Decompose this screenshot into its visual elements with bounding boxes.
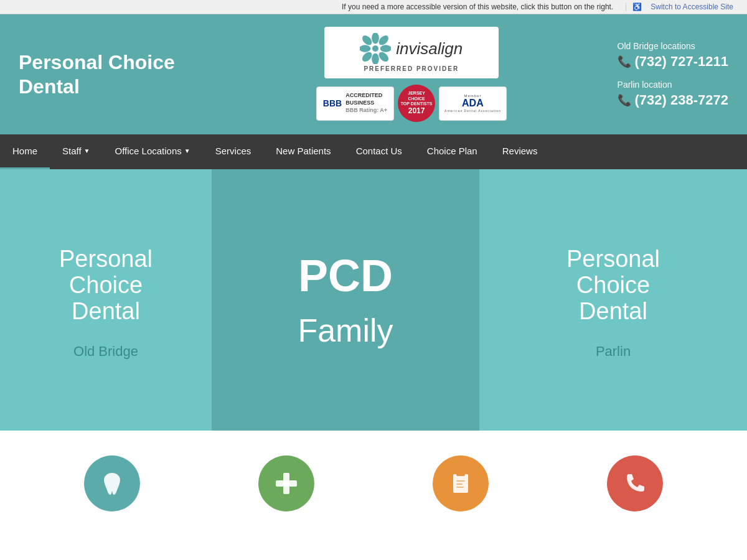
hero-panel-family[interactable]: PCD Family (212, 169, 479, 431)
invisalign-label: invisalign (396, 39, 463, 58)
dental-icon-circle (84, 455, 140, 511)
site-title: Personal Choice Dental (19, 50, 205, 98)
svg-point-4 (380, 45, 392, 52)
svg-rect-12 (276, 480, 297, 487)
phone-contact-icon (619, 468, 651, 499)
old-bridge-subtitle: Old Bridge (55, 337, 157, 366)
parlin-hero-text: Personal Choice Dental (554, 234, 672, 337)
svg-point-7 (377, 34, 390, 47)
accessibility-bar: If you need a more accessible version of… (0, 0, 747, 14)
phone-icon: 📞 (618, 55, 631, 68)
bbb-logo: BBB (323, 98, 342, 108)
svg-point-1 (372, 33, 379, 44)
old-bridge-contact: Old Bridge locations 📞 (732) 727-1211 (618, 41, 728, 70)
svg-point-8 (360, 50, 374, 63)
invisalign-badge: invisalign PREFERRED PROVIDER (324, 27, 499, 78)
accessible-site-label: Switch to Accessible Site (651, 2, 740, 11)
badges-row: BBB ACCREDITED BUSINESS BBB Rating: A+ J… (316, 85, 507, 122)
nav-home[interactable]: Home (0, 134, 50, 169)
nav-reviews[interactable]: Reviews (490, 134, 550, 169)
icon-item-dental[interactable] (84, 455, 140, 511)
nav-services[interactable]: Services (203, 134, 264, 169)
hero-panel-parlin[interactable]: Personal Choice Dental Parlin (479, 169, 747, 431)
icon-item-contact[interactable] (607, 455, 663, 511)
locations-chevron-icon: ▼ (184, 147, 190, 154)
svg-rect-14 (456, 472, 465, 476)
svg-point-3 (360, 45, 371, 52)
hero-section: Personal Choice Dental Old Bridge PCD Fa… (0, 169, 747, 431)
svg-point-6 (377, 50, 390, 63)
lower-section (0, 431, 747, 536)
family-subtitle-text: Family (285, 313, 405, 361)
accessibility-icon: ♿ (632, 2, 648, 11)
hero-panel-old-bridge[interactable]: Personal Choice Dental Old Bridge (0, 169, 212, 431)
medical-icon-circle (258, 455, 314, 511)
accessibility-message: If you need a more accessible version of… (7, 2, 619, 11)
nav-new-patients[interactable]: New Patients (263, 134, 343, 169)
accessible-site-link[interactable]: ♿ Switch to Accessible Site (626, 2, 740, 11)
clipboard-icon (445, 468, 476, 499)
site-header: Personal Choice Dental (0, 14, 747, 134)
header-contact: Old Bridge locations 📞 (732) 727-1211 Pa… (618, 41, 728, 108)
svg-rect-17 (456, 487, 464, 488)
phone-icon-2: 📞 (618, 93, 631, 107)
medical-cross-icon (271, 468, 302, 499)
svg-rect-16 (456, 483, 463, 485)
contact-icon-circle (607, 455, 663, 511)
bbb-text: ACCREDITED BUSINESS BBB Rating: A+ (345, 92, 387, 114)
main-nav: Home Staff ▼ Office Locations ▼ Services… (0, 134, 747, 169)
svg-point-2 (372, 54, 379, 65)
old-bridge-phone[interactable]: 📞 (732) 727-1211 (618, 54, 728, 70)
old-bridge-hero-text: Personal Choice Dental (47, 234, 165, 337)
svg-rect-15 (456, 480, 465, 482)
nav-contact-us[interactable]: Contact Us (344, 134, 415, 169)
staff-chevron-icon: ▼ (84, 147, 90, 154)
jersey-choice-badge: JERSEY CHOICE TOP DENTISTS 2017 (398, 85, 435, 122)
parlin-subtitle: Parlin (577, 337, 649, 366)
parlin-contact: Parlin location 📞 (732) 238-7272 (618, 80, 728, 108)
nav-staff[interactable]: Staff ▼ (50, 134, 103, 169)
icon-item-forms[interactable] (433, 455, 489, 511)
family-hero-text: PCD (286, 239, 405, 313)
svg-point-5 (360, 34, 374, 47)
icon-item-medical[interactable] (258, 455, 314, 511)
invisalign-brand: invisalign (396, 39, 463, 58)
invisalign-logo: invisalign (360, 33, 463, 64)
bbb-badge: BBB ACCREDITED BUSINESS BBB Rating: A+ (316, 86, 394, 121)
forms-icon-circle (433, 455, 489, 511)
nav-office-locations[interactable]: Office Locations ▼ (103, 134, 203, 169)
nav-choice-plan[interactable]: Choice Plan (415, 134, 490, 169)
parlin-phone[interactable]: 📞 (732) 238-7272 (618, 92, 728, 108)
header-center: invisalign PREFERRED PROVIDER BBB ACCRED… (316, 27, 507, 122)
ada-badge: Member ADA American Dental Association (439, 86, 507, 121)
svg-point-10 (372, 45, 378, 52)
tooth-icon (96, 468, 128, 499)
provider-label: PREFERRED PROVIDER (364, 65, 459, 72)
invisalign-flower-icon (360, 33, 391, 64)
